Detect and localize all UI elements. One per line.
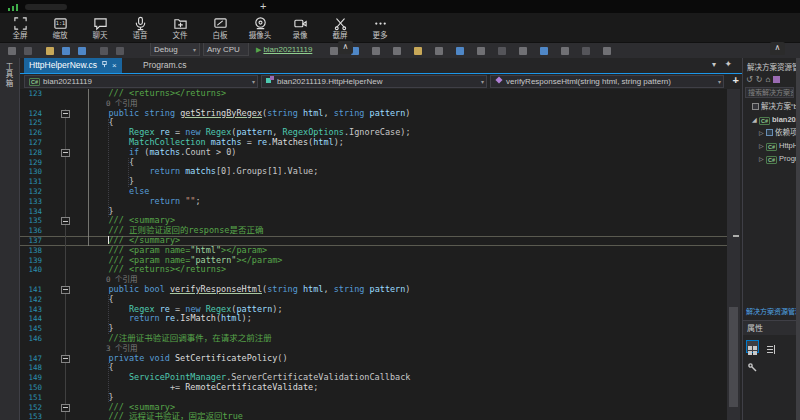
panel-scrollbar[interactable]: [796, 58, 800, 420]
code-line[interactable]: 126Regex re = new Regex(pattern, RegexOp…: [20, 128, 727, 138]
add-view-button[interactable]: +: [733, 74, 739, 86]
outline-margin[interactable]: [46, 412, 68, 420]
expanded-arrow-icon[interactable]: ◢: [752, 114, 759, 126]
tree-item-dependencies[interactable]: ▷依赖项: [743, 126, 796, 139]
toolbar-icon[interactable]: [582, 47, 590, 55]
outline-margin[interactable]: [46, 383, 68, 393]
share-file-button[interactable]: 文件: [160, 14, 200, 43]
outline-margin[interactable]: [46, 177, 68, 187]
outline-margin[interactable]: [46, 138, 68, 148]
toolbar-nav-back-icon[interactable]: [8, 47, 16, 55]
close-icon[interactable]: ×: [112, 61, 117, 70]
outline-margin[interactable]: [46, 89, 68, 99]
tree-item-csproj[interactable]: ◢C#bian20211119: [743, 113, 796, 126]
tree-item-solution[interactable]: 解决方案“bian20211119”: [743, 100, 796, 113]
tab-httphelpernew[interactable]: HttpHelperNew.cs×: [24, 58, 122, 73]
outline-margin[interactable]: [46, 265, 68, 275]
toolbar-icon[interactable]: [435, 47, 443, 55]
code-line[interactable]: 128if (matchs.Count > 0): [20, 148, 727, 158]
collapse-box-icon[interactable]: [61, 217, 70, 225]
toolbar-icon[interactable]: [540, 47, 548, 55]
code-line[interactable]: 132else: [20, 187, 727, 197]
outline-margin[interactable]: [46, 256, 68, 266]
collapse-box-icon[interactable]: [61, 355, 70, 363]
outline-margin[interactable]: [46, 109, 68, 119]
share-chat-button[interactable]: 聊天: [80, 14, 120, 43]
outline-margin[interactable]: [46, 207, 68, 217]
collapse-box-icon[interactable]: [61, 110, 70, 118]
breadcrumb-member-dropdown[interactable]: verifyResponseHtml(string html, string p…: [490, 75, 724, 88]
tree-item-csfile[interactable]: ▷C#HttpHelperNew.cs: [743, 139, 796, 152]
forward-circle-icon[interactable]: ↻: [756, 75, 763, 84]
tree-item-csfile[interactable]: ▷C#Program.cs: [743, 152, 796, 165]
toolbar-redo-icon[interactable]: [116, 47, 124, 55]
toolbar-save-all-icon[interactable]: [78, 47, 86, 55]
outline-margin[interactable]: [46, 226, 68, 236]
code-line[interactable]: 130return matchs[0].Groups[1].Value;: [20, 167, 727, 177]
outline-margin[interactable]: [46, 344, 68, 354]
outline-margin[interactable]: [46, 334, 68, 344]
toolbar-icon[interactable]: [603, 47, 611, 55]
outline-margin[interactable]: [46, 197, 68, 207]
outline-margin[interactable]: [46, 148, 68, 158]
scrollbar-thumb[interactable]: [729, 307, 738, 407]
code-line[interactable]: 123/// <returns></returns>: [20, 89, 727, 99]
toolbar-icon[interactable]: [477, 47, 485, 55]
clipped-tool-icon[interactable]: [773, 76, 780, 83]
code-line[interactable]: 131}: [20, 177, 727, 187]
editor-scrollbar[interactable]: [727, 89, 740, 420]
share-record-button[interactable]: 录像: [280, 14, 320, 43]
code-line[interactable]: 146//注册证书验证回调事件，在请求之前注册: [20, 334, 727, 344]
code-line[interactable]: 147private void SetCertificatePolicy(): [20, 354, 727, 364]
toolbar-icon[interactable]: [372, 47, 380, 55]
outline-margin[interactable]: [46, 373, 68, 383]
share-voice-button[interactable]: 语音: [120, 14, 160, 43]
share-whiteboard-button[interactable]: 白板: [200, 14, 240, 43]
outline-margin[interactable]: [46, 305, 68, 315]
toolbar-icon[interactable]: [456, 47, 464, 55]
back-circle-icon[interactable]: ↺: [746, 75, 753, 84]
code-line[interactable]: 143Regex re = new Regex(pattern);: [20, 305, 727, 315]
toolbar-open-icon[interactable]: [46, 47, 54, 55]
outline-margin[interactable]: [46, 216, 68, 226]
code-line[interactable]: 153/// 远程证书验证，固定返回true: [20, 412, 727, 420]
outline-margin[interactable]: [46, 324, 68, 334]
share-fullscreen-button[interactable]: 全屏: [0, 14, 40, 43]
toolbar-icon[interactable]: [519, 47, 527, 55]
alphabetical-sort-icon[interactable]: [765, 340, 778, 353]
code-line[interactable]: 141public bool verifyResponseHtml(string…: [20, 285, 727, 295]
platform-dropdown[interactable]: Any CPU▾: [203, 43, 249, 56]
outline-margin[interactable]: [46, 236, 68, 246]
toolbar-icon[interactable]: [330, 47, 338, 55]
tab-well-dropdown-icon[interactable]: ▾: [712, 60, 716, 69]
share-zoom-button[interactable]: 1:1缩放: [40, 14, 80, 43]
outline-margin[interactable]: [46, 246, 68, 256]
tab-well-options-icon[interactable]: ✦: [724, 59, 732, 69]
code-line[interactable]: 149ServicePointManager.ServerCertificate…: [20, 373, 727, 383]
collapse-box-icon[interactable]: [61, 149, 70, 157]
categorized-icon[interactable]: [746, 340, 759, 353]
pin-icon[interactable]: [101, 61, 108, 70]
home-icon[interactable]: ⌂: [765, 75, 770, 84]
code-editor[interactable]: 123/// <returns></returns>0 个引用124public…: [20, 89, 727, 420]
tab-program[interactable]: Program.cs: [138, 58, 191, 73]
code-line[interactable]: 144return re.IsMatch(html);: [20, 314, 727, 324]
collapse-box-icon[interactable]: [61, 286, 70, 294]
breadcrumb-type-dropdown[interactable]: bian20211119.HttpHelperNew▾: [261, 75, 487, 88]
code-line[interactable]: 127MatchCollection matchs = re.Matches(h…: [20, 138, 727, 148]
outline-margin[interactable]: [46, 354, 68, 364]
outline-margin[interactable]: [46, 314, 68, 324]
toolbar-nav-forward-icon[interactable]: [24, 47, 32, 55]
outline-margin[interactable]: [46, 118, 68, 128]
right-collapse-chevron-icon[interactable]: ∧: [770, 42, 785, 55]
start-debug-button[interactable]: ▶bian20211119: [256, 43, 312, 56]
outline-margin[interactable]: [46, 285, 68, 295]
toolbar-save-icon[interactable]: [62, 47, 70, 55]
share-more-button[interactable]: 更多: [360, 14, 400, 43]
code-line[interactable]: 150+= RemoteCertificateValidate;: [20, 383, 727, 393]
outline-margin[interactable]: [46, 295, 68, 305]
collapsed-arrow-icon[interactable]: ▷: [759, 153, 766, 165]
outline-margin[interactable]: [46, 393, 68, 403]
outline-margin[interactable]: [46, 158, 68, 168]
toolbar-icon[interactable]: [561, 47, 569, 55]
